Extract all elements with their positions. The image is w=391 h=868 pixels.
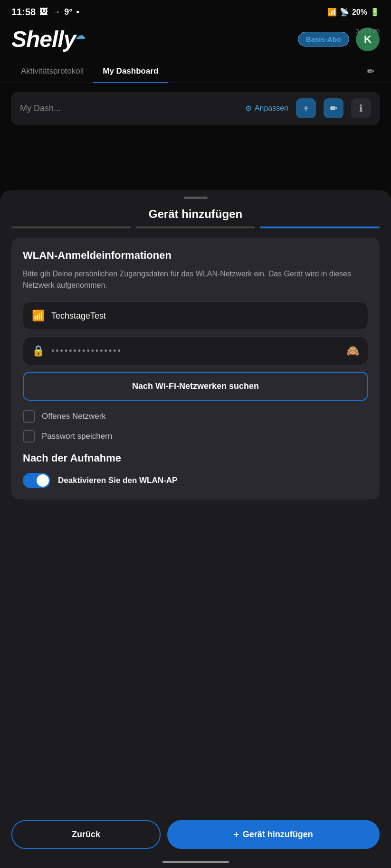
back-button[interactable]: Zurück bbox=[11, 820, 161, 849]
after-section: Nach der Aufnahme Deaktivieren Sie den W… bbox=[23, 452, 368, 488]
open-network-label: Offenes Netzwerk bbox=[42, 412, 106, 421]
deactivate-ap-row: Deaktivieren Sie den WLAN-AP bbox=[23, 473, 368, 488]
lock-icon: 🔒 bbox=[32, 345, 45, 357]
open-network-checkbox[interactable] bbox=[23, 410, 35, 423]
info-button[interactable]: ℹ bbox=[351, 98, 371, 118]
dashboard-toolbar: My Dash... ⚙ Anpassen + ✏ ℹ bbox=[11, 92, 380, 125]
cloud-icon: ☁ bbox=[76, 30, 85, 41]
add-widget-button[interactable]: + bbox=[296, 98, 316, 118]
tab-activity-log[interactable]: Aktivitätsprotokoll bbox=[11, 60, 93, 83]
home-indicator bbox=[162, 861, 229, 863]
adjust-label: Anpassen bbox=[255, 104, 288, 113]
password-value: •••••••••••••••• bbox=[51, 346, 340, 356]
status-photo-icon: 🖼 bbox=[39, 7, 48, 17]
status-right: 📶 📡 20% 🔋 bbox=[327, 8, 380, 17]
edit-dashboard-button[interactable]: ✏ bbox=[324, 98, 343, 118]
pencil-icon: ✏ bbox=[330, 103, 338, 114]
toggle-password-icon[interactable]: 🙈 bbox=[346, 345, 359, 357]
wlan-description: Bitte gib Deine persönlichen Zugangsdate… bbox=[23, 268, 368, 291]
step-2 bbox=[136, 226, 256, 228]
add-device-icon: + bbox=[234, 830, 239, 840]
status-bar: 11:58 🖼 → 9° • 📶 📡 20% 🔋 bbox=[0, 0, 391, 21]
battery-icon: 🔋 bbox=[370, 8, 380, 17]
app-logo: Shelly☁ bbox=[11, 26, 85, 52]
deactivate-ap-label: Deaktivieren Sie den WLAN-AP bbox=[58, 476, 177, 485]
dashboard-label: My Dash... bbox=[20, 104, 238, 113]
save-password-label: Passwort speichern bbox=[42, 432, 112, 441]
battery-percent: 20% bbox=[352, 8, 367, 17]
deactivate-ap-toggle[interactable] bbox=[23, 473, 50, 488]
sheet-content: WLAN-Anmeldeinformationen Bitte gib Dein… bbox=[0, 238, 391, 811]
status-left: 11:58 🖼 → 9° • bbox=[11, 7, 79, 18]
logo-text: Shelly bbox=[11, 27, 76, 52]
wifi-icon: 📶 bbox=[327, 8, 337, 17]
save-password-checkbox[interactable] bbox=[23, 430, 35, 443]
bottom-sheet: Gerät hinzufügen WLAN-Anmeldeinformation… bbox=[0, 190, 391, 868]
search-wifi-button[interactable]: Nach Wi-Fi-Netzwerken suchen bbox=[23, 372, 368, 401]
open-network-row: Offenes Netzwerk bbox=[23, 410, 368, 423]
wifi-field-icon: 📶 bbox=[32, 310, 45, 322]
progress-steps bbox=[0, 226, 391, 238]
step-3 bbox=[260, 226, 380, 228]
ssid-field[interactable]: 📶 TechstageTest bbox=[23, 302, 368, 330]
adjust-button[interactable]: ⚙ Anpassen bbox=[245, 104, 288, 113]
version-text: 3.117.20 bbox=[355, 28, 380, 35]
app-header: Shelly☁ Basis-Abo K bbox=[0, 21, 391, 60]
status-temp: 9° bbox=[64, 7, 72, 17]
tabs-bar: Aktivitätsprotokoll My Dashboard ✏ bbox=[0, 60, 391, 83]
wlan-title: WLAN-Anmeldeinformationen bbox=[23, 249, 368, 262]
save-password-row: Passwort speichern bbox=[23, 430, 368, 443]
sheet-title: Gerät hinzufügen bbox=[0, 199, 391, 226]
after-title: Nach der Aufnahme bbox=[23, 452, 368, 464]
tab-edit-icon[interactable]: ✏ bbox=[362, 61, 380, 82]
step-1 bbox=[11, 226, 131, 228]
add-device-label: Gerät hinzufügen bbox=[243, 830, 313, 840]
add-device-button[interactable]: + Gerät hinzufügen bbox=[167, 820, 380, 849]
password-field[interactable]: 🔒 •••••••••••••••• 🙈 bbox=[23, 337, 368, 365]
status-arrow-icon: → bbox=[52, 7, 60, 17]
sliders-icon: ⚙ bbox=[245, 104, 252, 113]
toggle-knob bbox=[37, 474, 49, 487]
status-dot: • bbox=[76, 7, 79, 17]
wlan-card: WLAN-Anmeldeinformationen Bitte gib Dein… bbox=[11, 238, 380, 500]
plus-icon: + bbox=[303, 103, 309, 114]
info-icon: ℹ bbox=[359, 103, 363, 114]
ssid-value: TechstageTest bbox=[51, 311, 359, 321]
subscription-badge[interactable]: Basis-Abo bbox=[298, 32, 349, 47]
status-time: 11:58 bbox=[11, 7, 36, 18]
signal-icon: 📡 bbox=[340, 8, 349, 17]
tab-my-dashboard[interactable]: My Dashboard bbox=[93, 60, 168, 83]
bottom-actions: Zurück + Gerät hinzufügen bbox=[0, 811, 391, 868]
